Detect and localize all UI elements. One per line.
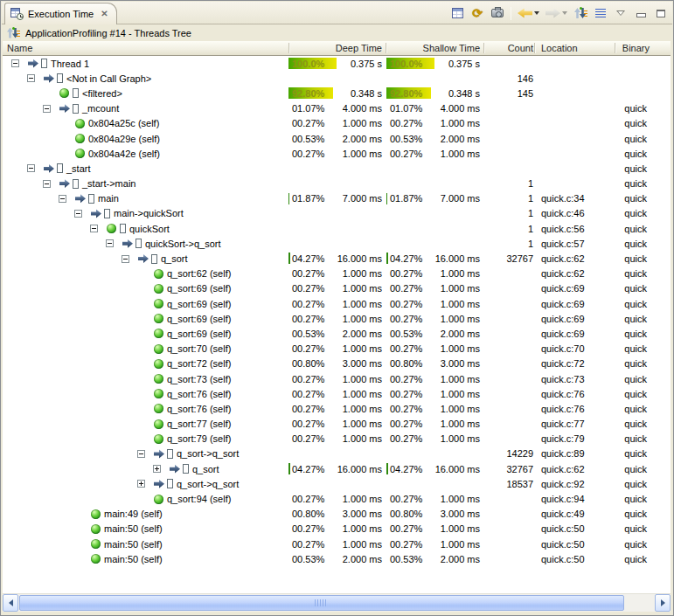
maximize-view-icon[interactable]	[654, 5, 668, 21]
tree-row[interactable]: q_sort->q_sort18537quick.c:92quick	[3, 476, 671, 491]
expander-slot	[90, 221, 107, 236]
tree-row[interactable]: q_sort:69 (self)00.53%2.000 ms00.53%2.00…	[3, 326, 671, 341]
collapse-icon[interactable]	[27, 164, 35, 172]
col-header-location[interactable]: Location	[541, 41, 578, 55]
expander-slot	[137, 342, 154, 356]
collapse-icon[interactable]	[74, 210, 82, 218]
collapse-icon[interactable]	[43, 180, 51, 188]
tree-row[interactable]: q_sort:73 (self)00.27%1.000 ms00.27%1.00…	[3, 371, 671, 386]
collapse-icon[interactable]	[106, 239, 114, 247]
tree-row[interactable]: main->quickSort1quick.c:46quick	[3, 206, 671, 221]
tree-row[interactable]: main:49 (self)00.80%3.000 ms00.80%3.000 …	[3, 507, 671, 522]
column-separator[interactable]	[386, 43, 386, 53]
column-separator[interactable]	[534, 43, 535, 53]
cell-binary: quick	[581, 281, 647, 296]
node-label: <Not in Call Graph>	[66, 73, 151, 84]
indent-spacer	[3, 514, 74, 515]
tree-row[interactable]: q_sort:69 (self)00.27%1.000 ms00.27%1.00…	[3, 311, 671, 326]
tree-row[interactable]: q_sort:69 (self)00.27%1.000 ms00.27%1.00…	[3, 281, 671, 296]
call-arrow-icon	[28, 59, 38, 68]
minimize-view-icon[interactable]	[634, 5, 648, 21]
tree-row[interactable]: <Not in Call Graph>146	[3, 71, 671, 86]
percent-bar	[288, 463, 290, 474]
time-value: 2.000 ms	[317, 326, 382, 341]
element-box-icon	[73, 179, 79, 189]
element-box-icon	[73, 104, 79, 114]
node-label: main:50 (self)	[104, 554, 163, 564]
tree-row[interactable]: q_sort->q_sort14229quick.c:89quick	[3, 446, 671, 461]
call-arrow-icon	[154, 479, 164, 488]
method-sphere-icon	[154, 314, 163, 323]
tree-row[interactable]: main01.87%7.000 ms01.87%7.000 ms1quick.c…	[3, 191, 671, 206]
tree-row[interactable]: Thread 1100.0%0.375 s100.0%0.375 s	[3, 56, 671, 71]
col-header-count[interactable]: Count	[464, 41, 533, 55]
tree-row[interactable]: <filtered>92.80%0.348 s92.80%0.348 s145	[3, 86, 671, 100]
collapse-icon[interactable]	[59, 195, 66, 203]
indent-spacer	[3, 288, 137, 289]
expander-slot	[43, 176, 59, 191]
tree-row[interactable]: main:50 (self)00.53%2.000 ms00.53%2.000 …	[3, 551, 671, 566]
tree-row[interactable]: 0x804a29e (self)00.53%2.000 ms00.53%2.00…	[3, 131, 671, 146]
time-value: 1.000 ms	[317, 311, 382, 326]
time-value: 1.000 ms	[317, 146, 382, 161]
col-header-name[interactable]: Name	[7, 41, 32, 55]
tree-row[interactable]: 0x804a42e (self)00.27%1.000 ms00.27%1.00…	[3, 146, 671, 161]
tree-row[interactable]: 0x804a25c (self)00.27%1.000 ms00.27%1.00…	[3, 116, 671, 131]
table-chart-icon[interactable]	[450, 5, 464, 21]
tree-row[interactable]: main:50 (self)00.27%1.000 ms00.27%1.000 …	[3, 536, 671, 551]
indent-spacer	[3, 138, 59, 139]
col-header-deep-time[interactable]: Deep Time	[295, 41, 382, 55]
tree-row[interactable]: q_sort:76 (self)00.27%1.000 ms00.27%1.00…	[3, 386, 671, 401]
tree-row[interactable]: main:50 (self)00.27%1.000 ms00.27%1.000 …	[3, 522, 671, 536]
tree-row[interactable]: _start->main1quick	[3, 176, 671, 191]
node-label: _start->main	[82, 178, 135, 189]
collapse-icon[interactable]	[11, 59, 19, 67]
tree-row[interactable]: quickSort->q_sort1quick.c:57quick	[3, 236, 671, 251]
horizontal-scrollbar[interactable]	[3, 593, 671, 612]
tree-row[interactable]: q_sort:77 (self)00.27%1.000 ms00.27%1.00…	[3, 417, 671, 432]
tree-row[interactable]: _mcount01.07%4.000 ms01.07%4.000 msquick	[3, 101, 671, 116]
collapse-icon[interactable]	[137, 450, 145, 458]
tree-row[interactable]: q_sort:76 (self)00.27%1.000 ms00.27%1.00…	[3, 401, 671, 416]
list-view-icon[interactable]	[594, 5, 608, 21]
snapshot-camera-icon[interactable]	[490, 5, 504, 21]
column-separator[interactable]	[483, 43, 484, 53]
cell-binary: quick	[581, 206, 647, 221]
tree-row[interactable]: q_sort04.27%16.000 ms04.27%16.000 ms3276…	[3, 251, 671, 266]
tree-row[interactable]: _startquick	[3, 161, 671, 176]
column-separator[interactable]	[615, 43, 615, 53]
tree-row[interactable]: q_sort04.27%16.000 ms04.27%16.000 ms3276…	[3, 461, 671, 476]
method-sphere-icon	[91, 554, 101, 564]
scrollbar-track[interactable]	[18, 594, 655, 612]
tree-row[interactable]: q_sort:62 (self)00.27%1.000 ms00.27%1.00…	[3, 266, 671, 281]
tree-row[interactable]: q_sort:69 (self)00.27%1.000 ms00.27%1.00…	[3, 296, 671, 311]
collapse-icon[interactable]	[90, 225, 98, 232]
node-label: q_sort:70 (self)	[167, 343, 231, 354]
expander-slot	[137, 356, 154, 371]
tree-row[interactable]: q_sort:94 (self)00.27%1.000 ms00.27%1.00…	[3, 491, 671, 506]
tree-row[interactable]: q_sort:79 (self)00.27%1.000 ms00.27%1.00…	[3, 432, 671, 446]
expand-icon[interactable]	[137, 480, 145, 488]
forward-icon[interactable]	[545, 5, 567, 21]
scroll-right-button[interactable]	[655, 594, 671, 612]
tree-row[interactable]: q_sort:70 (self)00.27%1.000 ms00.27%1.00…	[3, 342, 671, 356]
node-label: Thread 1	[51, 59, 89, 69]
scroll-left-button[interactable]	[3, 594, 18, 612]
col-header-binary[interactable]: Binary	[581, 41, 650, 55]
back-icon[interactable]	[518, 5, 539, 21]
collapse-icon[interactable]	[122, 255, 129, 263]
refresh-icon[interactable]: ⟳	[470, 5, 484, 21]
threads-tree-icon[interactable]	[573, 5, 587, 21]
view-menu-icon[interactable]	[614, 5, 628, 21]
collapse-icon[interactable]	[27, 74, 35, 82]
expand-icon[interactable]	[153, 465, 161, 473]
tab-execution-time[interactable]: Execution Time ✕	[4, 3, 117, 24]
tree-row[interactable]: quickSort1quick.c:56quick	[3, 221, 671, 236]
cell-binary: quick	[581, 101, 647, 116]
cell-binary: quick	[581, 491, 647, 506]
tree-row[interactable]: q_sort:72 (self)00.80%3.000 ms00.80%3.00…	[3, 356, 671, 371]
scrollbar-thumb[interactable]	[19, 595, 624, 611]
column-separator[interactable]	[288, 43, 289, 53]
collapse-icon[interactable]	[43, 105, 51, 113]
close-icon[interactable]: ✕	[98, 10, 108, 18]
